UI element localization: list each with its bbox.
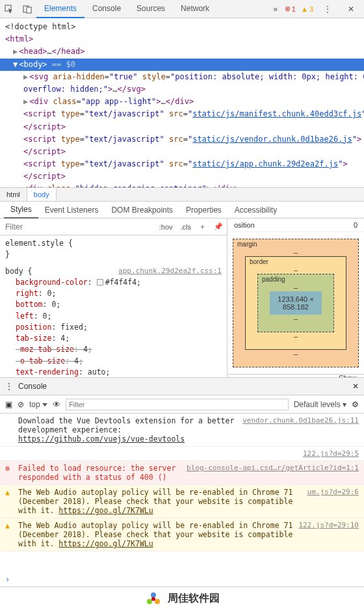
style-rules[interactable]: element.style {}body {app.chunk.29d2ea2f…	[0, 235, 227, 377]
tab-console[interactable]: Console	[84, 0, 129, 18]
logo-icon	[144, 590, 162, 608]
console-drawer-icon[interactable]: ⋮	[5, 382, 13, 391]
close-icon[interactable]: ✕	[342, 0, 360, 18]
watermark-text: 周佳软件园	[168, 592, 220, 605]
dom-node[interactable]: <html>	[0, 33, 364, 46]
position-label: osition	[234, 221, 255, 229]
devtools-toolbar: ElementsConsoleSourcesNetwork » ⊗1 ▲3 ⋮ …	[0, 0, 364, 18]
subtab-accessibility[interactable]: Accessibility	[228, 202, 283, 218]
dom-node[interactable]: <!doctype html>	[0, 21, 364, 33]
crumb-html[interactable]: html	[0, 188, 27, 201]
dom-node[interactable]: <script type="text/javascript" src="stat…	[0, 108, 364, 133]
hov-toggle[interactable]: :hov	[155, 223, 177, 231]
dom-node[interactable]: ▼<body> == $0	[0, 59, 364, 71]
warning-badge[interactable]: ▲3	[301, 5, 313, 13]
svg-point-3	[151, 592, 156, 598]
dom-node[interactable]: ▶<head>…</head>	[0, 46, 364, 58]
console-message[interactable]: ▲The Web Audio autoplay policy will be r…	[0, 485, 364, 518]
svg-rect-2	[27, 7, 31, 13]
dom-node[interactable]: <script type="text/javascript" src="stat…	[0, 158, 364, 183]
more-tabs-icon[interactable]: »	[266, 0, 285, 18]
console-sidebar-icon[interactable]: ▣	[5, 400, 12, 409]
kebab-icon[interactable]: ⋮	[318, 0, 337, 18]
panel-tabs: ElementsConsoleSourcesNetwork	[36, 0, 266, 18]
subtab-event-listeners[interactable]: Event Listeners	[38, 202, 105, 218]
eye-icon[interactable]: 👁	[53, 400, 60, 409]
dom-node[interactable]: ▶<div class="app app--light">…</div>	[0, 96, 364, 108]
sidebar-tabs: StylesEvent ListenersDOM BreakpointsProp…	[0, 202, 364, 219]
subtab-dom-breakpoints[interactable]: DOM Breakpoints	[105, 202, 179, 218]
console-messages[interactable]: Download the Vue Devtools extension for …	[0, 414, 364, 572]
computed-pane: osition0 margin– border– padding– 1233.6…	[228, 219, 364, 377]
context-select[interactable]: top	[29, 400, 47, 409]
styles-filter-input[interactable]	[0, 220, 155, 234]
console-prompt[interactable]: ›	[0, 572, 364, 587]
error-badge[interactable]: ⊗1	[285, 5, 296, 13]
settings-icon[interactable]: ⚙	[352, 400, 359, 409]
console-close-icon[interactable]: ✕	[352, 382, 359, 391]
console-message[interactable]: Download the Vue Devtools extension for …	[0, 414, 364, 447]
dom-tree[interactable]: <!doctype html><html>▶<head>…</head>▼<bo…	[0, 18, 364, 187]
console-message[interactable]: ⊗Failed to load resource: the server res…	[0, 461, 364, 485]
crumb-body[interactable]: body	[27, 188, 57, 201]
console-message[interactable]: ▲The Web Audio autoplay policy will be r…	[0, 518, 364, 551]
svg-point-5	[155, 599, 160, 604]
console-message[interactable]: 122.js?d=29:5	[0, 447, 364, 461]
subtab-styles[interactable]: Styles	[4, 202, 38, 219]
position-value: 0	[354, 221, 358, 229]
svg-point-4	[147, 599, 152, 604]
console-filter-input[interactable]	[66, 399, 289, 410]
svg-point-6	[151, 597, 155, 601]
box-model[interactable]: margin– border– padding– 1233.640 × 858.…	[228, 232, 364, 374]
breadcrumb[interactable]: htmlbody	[0, 187, 364, 202]
clear-console-icon[interactable]: ⊘	[18, 400, 24, 409]
console-title: Console	[13, 382, 352, 391]
subtab-properties[interactable]: Properties	[179, 202, 228, 218]
add-rule-icon[interactable]: ＋	[195, 222, 210, 232]
inspect-icon[interactable]	[0, 0, 18, 18]
watermark: 周佳软件园	[0, 587, 364, 610]
levels-select[interactable]: Default levels ▾	[294, 400, 346, 409]
styles-pane: :hov .cls ＋ 📌 element.style {}body {app.…	[0, 219, 228, 377]
dom-node[interactable]: <script type="text/javascript" src="stat…	[0, 133, 364, 158]
tab-network[interactable]: Network	[173, 0, 217, 18]
tab-sources[interactable]: Sources	[129, 0, 173, 18]
pin-icon[interactable]: 📌	[210, 222, 227, 231]
device-icon[interactable]	[18, 0, 36, 18]
cls-toggle[interactable]: .cls	[177, 223, 196, 231]
tab-elements[interactable]: Elements	[36, 0, 84, 18]
dom-node[interactable]: ▶<svg aria-hidden="true" style="position…	[0, 71, 364, 96]
